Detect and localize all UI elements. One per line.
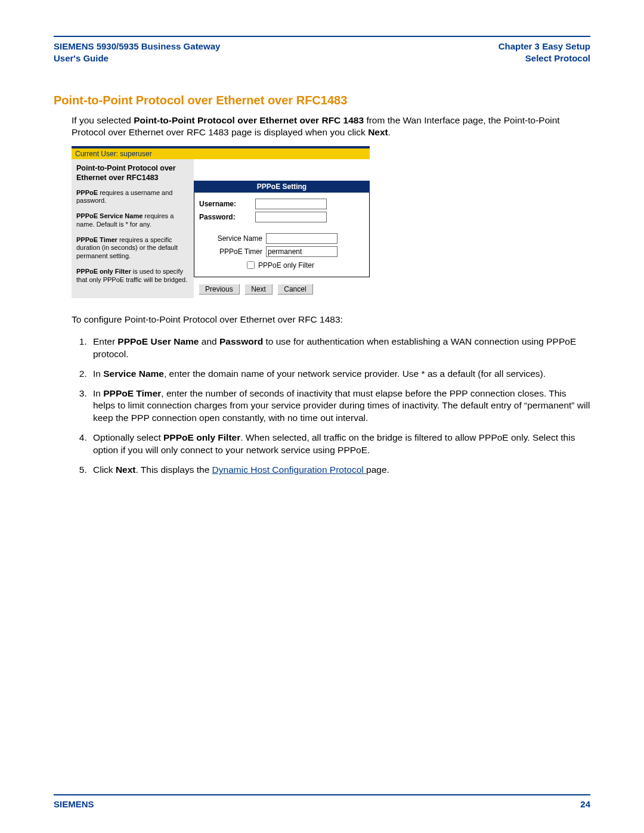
step-1: Enter PPPoE User Name and Password to us… [89, 336, 590, 361]
step-3: In PPPoE Timer, enter the number of seco… [89, 388, 590, 425]
password-input[interactable] [255, 212, 327, 222]
username-label: Username: [199, 200, 255, 208]
page-number: 24 [580, 799, 590, 809]
password-label: Password: [199, 213, 255, 221]
config-intro: To configure Point-to-Point Protocol ove… [72, 314, 590, 326]
service-name-input[interactable] [266, 233, 338, 244]
current-user-bar: Current User: superuser [72, 148, 370, 159]
step-4: Optionally select PPPoE only Filter. Whe… [89, 432, 590, 457]
pppoe-filter-label: PPPoE only Filter [258, 261, 314, 270]
cancel-button[interactable]: Cancel [277, 284, 312, 295]
page-header: SIEMENS 5930/5935 Business Gateway User'… [54, 41, 590, 65]
pppoe-filter-checkbox[interactable] [247, 261, 255, 269]
sidebar-title: Point-to-Point Protocol over Ethernet ov… [76, 164, 189, 182]
intro-paragraph: If you selected Point-to-Point Protocol … [72, 114, 590, 140]
service-name-label: Service Name [199, 234, 266, 243]
step-2: In Service Name, enter the domain name o… [89, 368, 590, 380]
chapter-title: Chapter 3 Easy Setup [499, 41, 590, 52]
footer-brand: SIEMENS [54, 799, 94, 809]
previous-button[interactable]: Previous [199, 284, 240, 295]
pppoe-timer-label: PPPoE Timer [199, 247, 266, 256]
doc-title: SIEMENS 5930/5935 Business Gateway [54, 41, 220, 52]
section-heading: Point-to-Point Protocol over Ethernet ov… [54, 94, 590, 107]
doc-subtitle: User's Guide [54, 52, 220, 64]
steps-list: Enter PPPoE User Name and Password to us… [72, 336, 590, 476]
step-5: Click Next. This displays the Dynamic Ho… [89, 464, 590, 476]
help-sidebar: Point-to-Point Protocol over Ethernet ov… [72, 159, 194, 298]
dhcp-link[interactable]: Dynamic Host Configuration Protocol [212, 465, 366, 475]
next-button[interactable]: Next [244, 284, 273, 295]
pppoe-config-panel: Current User: superuser Point-to-Point P… [72, 146, 370, 299]
username-input[interactable] [255, 199, 327, 209]
section-crumb: Select Protocol [499, 52, 590, 64]
form-panel-title: PPPoE Setting [194, 181, 370, 193]
page-footer: SIEMENS 24 [54, 799, 590, 809]
pppoe-timer-input[interactable] [266, 246, 338, 257]
